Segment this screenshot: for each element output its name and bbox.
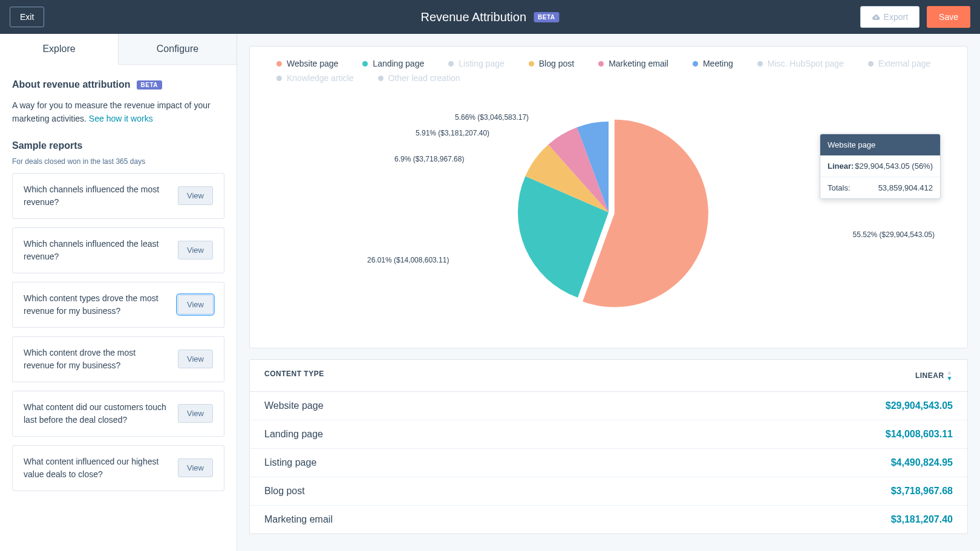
column-header-linear[interactable]: LINEAR [915,371,944,380]
legend-label: Misc. HubSpot page [768,59,844,68]
table-row[interactable]: Blog post$3,718,967.68 [250,477,967,506]
column-header-type[interactable]: CONTENT TYPE [264,370,324,382]
legend-dot-icon [276,76,282,81]
legend-label: Knowledge article [287,73,354,83]
topbar: Exit Revenue Attribution BETA Export Sav… [0,0,980,34]
legend-label: Listing page [459,59,505,68]
table-cell-value: $4,490,824.95 [891,457,953,468]
table-row[interactable]: Landing page$14,008,603.11 [250,420,967,449]
legend-label: Landing page [373,59,424,68]
legend-item[interactable]: Misc. HubSpot page [757,59,844,68]
table-cell-type: Marketing email [264,514,333,525]
see-how-link[interactable]: See how it works [89,114,153,123]
table-row[interactable]: Website page$29,904,543.05 [250,392,967,420]
legend-label: Marketing email [609,59,668,68]
table-row[interactable]: Listing page$4,490,824.95 [250,449,967,477]
report-text: Which content types drove the most reven… [24,292,168,318]
view-button[interactable]: View [178,458,213,477]
view-button[interactable]: View [178,241,213,259]
pie-slice-label: 5.91% ($3,181,207.40) [416,129,489,137]
tabs: Explore Configure [0,34,237,65]
legend-label: Other lead creation [388,73,460,83]
table-row[interactable]: Marketing email$3,181,207.40 [250,506,967,533]
sidebar: Explore Configure About revenue attribut… [0,34,237,551]
legend-item[interactable]: Landing page [362,59,424,68]
export-button[interactable]: Export [860,6,920,28]
tab-configure[interactable]: Configure [119,34,237,64]
table-cell-type: Listing page [264,457,316,468]
pie-slice-label: 26.01% ($14,008,603.11) [367,256,449,264]
pie-chart [500,103,717,321]
table-cell-type: Landing page [264,429,323,440]
report-card: What content did our customers touch las… [12,391,224,437]
view-button[interactable]: View [178,295,213,314]
data-table: CONTENT TYPE LINEAR ▲▼ Website page$29,9… [249,359,968,534]
legend-label: External page [878,59,930,68]
report-text: What content influenced our highest valu… [24,455,168,481]
legend-item[interactable]: External page [868,59,930,68]
table-cell-value: $14,008,603.11 [886,429,953,440]
legend-item[interactable]: Marketing email [598,59,668,68]
legend-dot-icon [362,61,368,67]
legend-label: Blog post [539,59,574,68]
cloud-download-icon [872,14,880,21]
pie-chart-wrap: 55.52% ($29,904,543.05) 26.01% ($14,008,… [264,91,953,333]
legend-dot-icon [448,61,454,67]
view-button[interactable]: View [178,404,213,423]
sample-reports-subtext: For deals closed won in the last 365 day… [12,157,224,166]
report-card: Which content types drove the most reven… [12,282,224,328]
report-text: Which content drove the most revenue for… [24,347,168,372]
report-card: Which channels influenced the most reven… [12,173,224,219]
save-button[interactable]: Save [927,6,970,28]
legend-item[interactable]: Other lead creation [378,73,460,83]
tooltip-linear-label: Linear: [828,161,854,171]
view-button[interactable]: View [178,350,213,368]
legend-label: Meeting [703,59,733,68]
export-label: Export [884,12,908,22]
report-text: Which channels influenced the least reve… [24,238,168,263]
table-cell-type: Website page [264,400,324,411]
legend-dot-icon [868,61,874,67]
report-card: Which content drove the most revenue for… [12,336,224,382]
table-cell-type: Blog post [264,486,305,497]
chart-tooltip: Website page Linear: $29,904,543.05 (56%… [820,134,941,199]
pie-slice-label: 55.52% ($29,904,543.05) [853,230,935,239]
tooltip-totals-label: Totals: [828,183,851,192]
legend-dot-icon [529,61,534,67]
page-title: Revenue Attribution [420,10,526,24]
legend-item[interactable]: Knowledge article [276,73,354,83]
legend-dot-icon [276,61,282,67]
about-description: A way for you to measure the revenue imp… [12,99,224,126]
tooltip-linear-value: $29,904,543.05 (56%) [855,161,933,171]
beta-badge-small: BETA [137,80,162,90]
legend-dot-icon [378,76,384,81]
report-card: Which channels influenced the least reve… [12,227,224,273]
legend-item[interactable]: Website page [276,59,338,68]
view-button[interactable]: View [178,186,213,205]
tab-explore[interactable]: Explore [0,34,119,65]
legend-item[interactable]: Meeting [693,59,733,68]
about-heading: About revenue attribution [12,79,131,90]
exit-button[interactable]: Exit [10,7,44,27]
chart-legend: Website pageLanding pageListing pageBlog… [264,59,953,83]
legend-dot-icon [598,61,604,67]
report-text: What content did our customers touch las… [24,401,168,426]
table-header: CONTENT TYPE LINEAR ▲▼ [250,360,967,392]
sample-reports-heading: Sample reports [12,140,224,151]
pie-slice-label: 6.9% ($3,718,967.68) [394,155,464,163]
pie-slice-label: 5.66% ($3,046,583.17) [455,113,529,122]
sort-icon[interactable]: ▲▼ [947,370,953,382]
tooltip-title: Website page [820,134,940,155]
legend-item[interactable]: Listing page [448,59,505,68]
table-cell-value: $3,181,207.40 [891,514,953,525]
chart-panel: Website pageLanding pageListing pageBlog… [249,46,968,348]
legend-label: Website page [287,59,338,68]
legend-dot-icon [693,61,698,67]
content-area: Website pageLanding pageListing pageBlog… [237,34,980,551]
beta-badge: BETA [534,12,559,22]
report-card: What content influenced our highest valu… [12,445,224,491]
report-text: Which channels influenced the most reven… [24,183,168,209]
legend-item[interactable]: Blog post [529,59,574,68]
tooltip-totals-value: 53,859,904.412 [878,183,933,192]
table-cell-value: $29,904,543.05 [886,400,953,411]
